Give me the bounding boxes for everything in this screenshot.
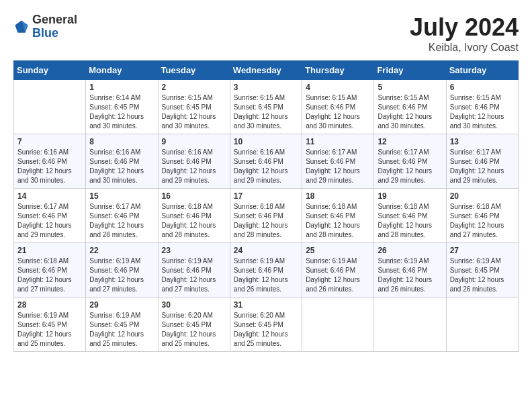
day-cell (302, 298, 374, 352)
day-info: Sunrise: 6:15 AM Sunset: 6:46 PM Dayligh… (306, 93, 370, 131)
day-number: 26 (378, 246, 442, 255)
day-cell: 1Sunrise: 6:14 AM Sunset: 6:45 PM Daylig… (86, 80, 158, 134)
header-row: SundayMondayTuesdayWednesdayThursdayFrid… (14, 61, 519, 80)
day-cell: 2Sunrise: 6:15 AM Sunset: 6:45 PM Daylig… (158, 80, 230, 134)
col-header-thursday: Thursday (302, 61, 374, 80)
day-info: Sunrise: 6:18 AM Sunset: 6:46 PM Dayligh… (306, 202, 370, 240)
calendar-subtitle: Keibla, Ivory Coast (410, 42, 519, 54)
day-cell: 19Sunrise: 6:18 AM Sunset: 6:46 PM Dayli… (374, 189, 446, 243)
day-number: 22 (89, 246, 154, 255)
day-number: 11 (306, 137, 370, 146)
day-info: Sunrise: 6:20 AM Sunset: 6:45 PM Dayligh… (162, 311, 226, 349)
day-info: Sunrise: 6:15 AM Sunset: 6:46 PM Dayligh… (378, 93, 442, 131)
day-number: 17 (234, 191, 298, 201)
day-number: 30 (162, 300, 226, 310)
day-number: 20 (450, 191, 515, 201)
week-row-3: 14Sunrise: 6:17 AM Sunset: 6:46 PM Dayli… (14, 189, 519, 243)
day-info: Sunrise: 6:19 AM Sunset: 6:45 PM Dayligh… (89, 311, 154, 349)
day-cell: 24Sunrise: 6:19 AM Sunset: 6:46 PM Dayli… (230, 243, 302, 298)
week-row-2: 7Sunrise: 6:16 AM Sunset: 6:46 PM Daylig… (14, 134, 519, 189)
day-cell: 13Sunrise: 6:17 AM Sunset: 6:46 PM Dayli… (446, 134, 518, 189)
day-info: Sunrise: 6:16 AM Sunset: 6:46 PM Dayligh… (162, 148, 226, 185)
col-header-saturday: Saturday (446, 61, 518, 80)
day-info: Sunrise: 6:17 AM Sunset: 6:46 PM Dayligh… (306, 148, 370, 185)
day-info: Sunrise: 6:16 AM Sunset: 6:46 PM Dayligh… (17, 148, 82, 185)
day-cell: 15Sunrise: 6:17 AM Sunset: 6:46 PM Dayli… (86, 189, 158, 243)
col-header-friday: Friday (374, 61, 446, 80)
day-cell: 4Sunrise: 6:15 AM Sunset: 6:46 PM Daylig… (302, 80, 374, 134)
logo-icon (13, 19, 30, 35)
day-info: Sunrise: 6:15 AM Sunset: 6:46 PM Dayligh… (450, 93, 515, 131)
day-number: 7 (17, 137, 82, 146)
day-cell: 31Sunrise: 6:20 AM Sunset: 6:45 PM Dayli… (230, 298, 302, 352)
day-info: Sunrise: 6:15 AM Sunset: 6:45 PM Dayligh… (234, 93, 298, 131)
day-info: Sunrise: 6:17 AM Sunset: 6:46 PM Dayligh… (89, 202, 154, 240)
day-number: 13 (450, 137, 515, 146)
day-number: 28 (17, 300, 82, 310)
day-cell (14, 80, 86, 134)
day-cell: 21Sunrise: 6:18 AM Sunset: 6:46 PM Dayli… (14, 243, 86, 298)
day-cell: 30Sunrise: 6:20 AM Sunset: 6:45 PM Dayli… (158, 298, 230, 352)
day-cell: 18Sunrise: 6:18 AM Sunset: 6:46 PM Dayli… (302, 189, 374, 243)
col-header-tuesday: Tuesday (158, 61, 230, 80)
day-info: Sunrise: 6:18 AM Sunset: 6:46 PM Dayligh… (17, 257, 82, 294)
day-cell: 25Sunrise: 6:19 AM Sunset: 6:46 PM Dayli… (302, 243, 374, 298)
day-number: 15 (89, 191, 154, 201)
day-info: Sunrise: 6:19 AM Sunset: 6:46 PM Dayligh… (306, 257, 370, 294)
day-cell: 26Sunrise: 6:19 AM Sunset: 6:46 PM Dayli… (374, 243, 446, 298)
day-cell: 29Sunrise: 6:19 AM Sunset: 6:45 PM Dayli… (86, 298, 158, 352)
col-header-sunday: Sunday (14, 61, 86, 80)
day-number: 16 (162, 191, 226, 201)
day-cell: 22Sunrise: 6:19 AM Sunset: 6:46 PM Dayli… (86, 243, 158, 298)
day-info: Sunrise: 6:18 AM Sunset: 6:46 PM Dayligh… (378, 202, 442, 240)
day-cell (374, 298, 446, 352)
day-number: 29 (89, 300, 154, 310)
day-info: Sunrise: 6:18 AM Sunset: 6:46 PM Dayligh… (234, 202, 298, 240)
logo-general: General (32, 13, 77, 27)
day-info: Sunrise: 6:18 AM Sunset: 6:46 PM Dayligh… (450, 202, 515, 240)
day-info: Sunrise: 6:17 AM Sunset: 6:46 PM Dayligh… (17, 202, 82, 240)
logo-blue: Blue (32, 27, 77, 40)
day-number: 12 (378, 137, 442, 146)
day-number: 4 (306, 83, 370, 92)
day-cell: 28Sunrise: 6:19 AM Sunset: 6:45 PM Dayli… (14, 298, 86, 352)
day-cell: 14Sunrise: 6:17 AM Sunset: 6:46 PM Dayli… (14, 189, 86, 243)
day-cell: 17Sunrise: 6:18 AM Sunset: 6:46 PM Dayli… (230, 189, 302, 243)
day-info: Sunrise: 6:19 AM Sunset: 6:46 PM Dayligh… (378, 257, 442, 294)
day-info: Sunrise: 6:19 AM Sunset: 6:46 PM Dayligh… (162, 257, 226, 294)
day-number: 19 (378, 191, 442, 201)
day-info: Sunrise: 6:19 AM Sunset: 6:46 PM Dayligh… (234, 257, 298, 294)
day-info: Sunrise: 6:15 AM Sunset: 6:45 PM Dayligh… (162, 93, 226, 131)
day-info: Sunrise: 6:16 AM Sunset: 6:46 PM Dayligh… (89, 148, 154, 185)
day-cell: 20Sunrise: 6:18 AM Sunset: 6:46 PM Dayli… (446, 189, 518, 243)
day-cell: 16Sunrise: 6:18 AM Sunset: 6:46 PM Dayli… (158, 189, 230, 243)
day-cell: 12Sunrise: 6:17 AM Sunset: 6:46 PM Dayli… (374, 134, 446, 189)
day-info: Sunrise: 6:20 AM Sunset: 6:45 PM Dayligh… (234, 311, 298, 349)
calendar-table: SundayMondayTuesdayWednesdayThursdayFrid… (13, 60, 519, 352)
week-row-4: 21Sunrise: 6:18 AM Sunset: 6:46 PM Dayli… (14, 243, 519, 298)
day-number: 27 (450, 246, 515, 255)
day-number: 10 (234, 137, 298, 146)
day-number: 2 (162, 83, 226, 92)
day-info: Sunrise: 6:17 AM Sunset: 6:46 PM Dayligh… (378, 148, 442, 185)
day-cell: 27Sunrise: 6:19 AM Sunset: 6:45 PM Dayli… (446, 243, 518, 298)
day-cell: 9Sunrise: 6:16 AM Sunset: 6:46 PM Daylig… (158, 134, 230, 189)
day-info: Sunrise: 6:18 AM Sunset: 6:46 PM Dayligh… (162, 202, 226, 240)
day-info: Sunrise: 6:19 AM Sunset: 6:45 PM Dayligh… (17, 311, 82, 349)
day-cell: 6Sunrise: 6:15 AM Sunset: 6:46 PM Daylig… (446, 80, 518, 134)
day-number: 8 (89, 137, 154, 146)
day-cell: 8Sunrise: 6:16 AM Sunset: 6:46 PM Daylig… (86, 134, 158, 189)
day-info: Sunrise: 6:19 AM Sunset: 6:46 PM Dayligh… (89, 257, 154, 294)
day-number: 6 (450, 83, 515, 92)
week-row-1: 1Sunrise: 6:14 AM Sunset: 6:45 PM Daylig… (14, 80, 519, 134)
day-number: 3 (234, 83, 298, 92)
day-number: 24 (234, 246, 298, 255)
day-cell: 3Sunrise: 6:15 AM Sunset: 6:45 PM Daylig… (230, 80, 302, 134)
day-info: Sunrise: 6:19 AM Sunset: 6:45 PM Dayligh… (450, 257, 515, 294)
col-header-monday: Monday (86, 61, 158, 80)
day-cell: 23Sunrise: 6:19 AM Sunset: 6:46 PM Dayli… (158, 243, 230, 298)
logo: General Blue (13, 13, 77, 40)
week-row-5: 28Sunrise: 6:19 AM Sunset: 6:45 PM Dayli… (14, 298, 519, 352)
day-info: Sunrise: 6:16 AM Sunset: 6:46 PM Dayligh… (234, 148, 298, 185)
day-number: 1 (89, 83, 154, 92)
